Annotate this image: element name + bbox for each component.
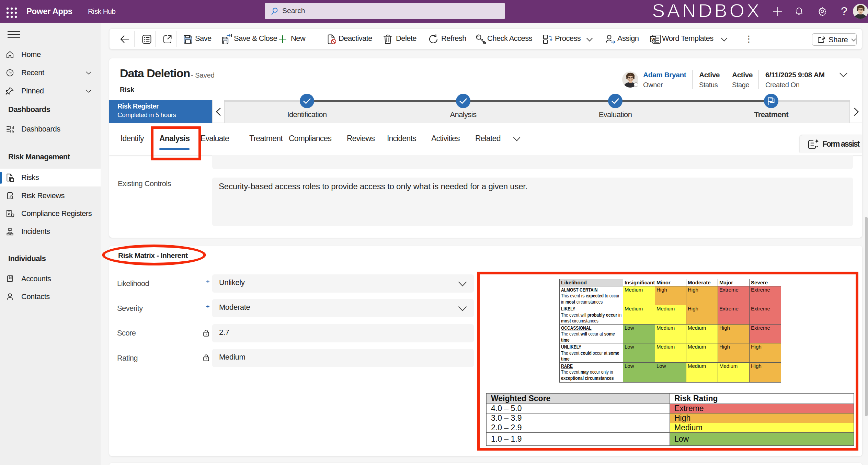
svg-text:W: W xyxy=(651,37,655,42)
